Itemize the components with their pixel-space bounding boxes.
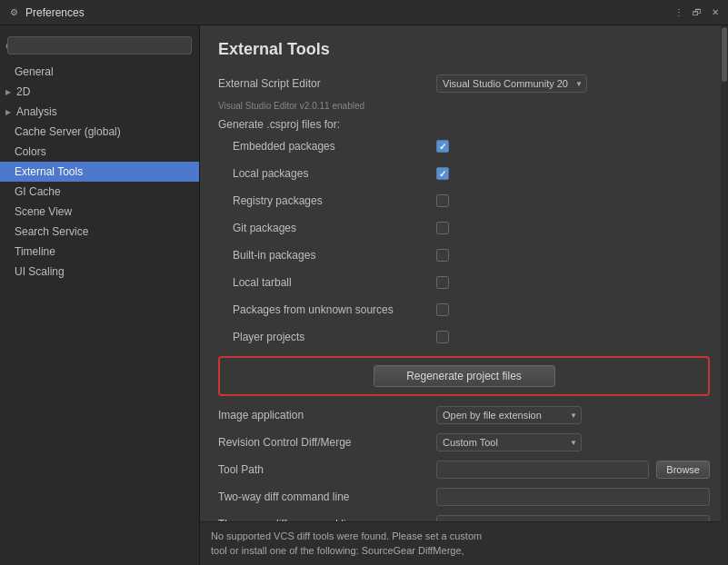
script-editor-value: Visual Studio Community 20: [443, 78, 568, 89]
image-application-label: Image application: [218, 409, 436, 421]
script-editor-label: External Script Editor: [218, 77, 436, 90]
revision-control-value: Custom Tool: [443, 437, 498, 448]
sidebar-item-cache-server[interactable]: Cache Server (global): [0, 122, 199, 142]
unknown-sources-row: Packages from unknown sources: [218, 300, 710, 320]
local-packages-row: Local packages: [218, 164, 710, 183]
local-packages-checkbox[interactable]: [436, 167, 449, 180]
editor-subtext: Visual Studio Editor v2.0.11 enabled: [218, 101, 710, 111]
sidebar-item-gi-cache[interactable]: GI Cache: [0, 182, 199, 202]
builtin-packages-checkbox[interactable]: [436, 249, 449, 262]
script-editor-row: External Script Editor Visual Studio Com…: [218, 74, 710, 94]
embedded-packages-checkbox[interactable]: [436, 140, 449, 153]
content-inner: External Tools External Script Editor Vi…: [200, 25, 728, 565]
local-packages-label: Local packages: [218, 167, 436, 180]
sidebar-item-label: 2D: [16, 85, 30, 98]
arrow-icon: ▶: [5, 108, 11, 116]
sidebar-item-scene-view[interactable]: Scene View: [0, 202, 199, 222]
search-input[interactable]: [7, 36, 192, 55]
image-application-row: Image application Open by file extension…: [218, 405, 710, 425]
minimize-button[interactable]: 🗗: [690, 5, 704, 20]
sidebar-item-label: GI Cache: [15, 185, 61, 198]
sidebar-item-label: Scene View: [15, 205, 72, 218]
tool-path-input[interactable]: [436, 461, 649, 479]
sidebar-item-external-tools[interactable]: External Tools: [0, 162, 199, 182]
sidebar-item-colors[interactable]: Colors: [0, 142, 199, 162]
search-wrapper: 🔍: [0, 33, 199, 62]
regen-area: Regenerate project files: [218, 356, 710, 396]
revision-control-dropdown[interactable]: Custom Tool ▼: [436, 433, 582, 451]
player-projects-label: Player projects: [218, 331, 436, 343]
title-bar: ⚙ Preferences ⋮ 🗗 ✕: [0, 0, 728, 25]
two-way-diff-row: Two-way diff command line: [218, 487, 710, 507]
generate-label: Generate .csproj files for:: [218, 118, 710, 131]
two-way-diff-label: Two-way diff command line: [218, 491, 436, 503]
window-controls: ⋮ 🗗 ✕: [672, 5, 723, 20]
sidebar-item-search-service[interactable]: Search Service: [0, 222, 199, 242]
sidebar-item-label: Cache Server (global): [15, 125, 121, 138]
local-tarball-label: Local tarball: [218, 276, 436, 289]
close-button[interactable]: ✕: [708, 5, 723, 20]
scrollbar-thumb[interactable]: [722, 27, 727, 82]
arrow-icon: ▶: [5, 88, 11, 96]
sidebar-item-2d[interactable]: ▶ 2D: [0, 82, 199, 102]
sidebar-item-ui-scaling[interactable]: UI Scaling: [0, 262, 199, 282]
embedded-packages-row: Embedded packages: [218, 136, 710, 156]
tool-path-label: Tool Path: [218, 463, 436, 476]
embedded-packages-label: Embedded packages: [218, 140, 436, 153]
sidebar-item-analysis[interactable]: ▶ Analysis: [0, 102, 199, 122]
regenerate-button[interactable]: Regenerate project files: [374, 365, 555, 387]
menu-button[interactable]: ⋮: [672, 5, 686, 20]
registry-packages-checkbox[interactable]: [436, 194, 449, 207]
info-line2: tool or install one of the following: So…: [211, 545, 464, 556]
image-application-dropdown[interactable]: Open by file extension ▼: [436, 406, 582, 424]
info-box: No supported VCS diff tools were found. …: [200, 521, 728, 565]
sidebar-item-label: External Tools: [15, 165, 83, 178]
player-projects-row: Player projects: [218, 327, 710, 347]
two-way-diff-input[interactable]: [436, 488, 710, 506]
tool-path-row: Tool Path Browse: [218, 460, 710, 480]
sidebar: 🔍 General ▶ 2D ▶ Analysis Cache Server (…: [0, 25, 200, 565]
revision-control-label: Revision Control Diff/Merge: [218, 436, 436, 449]
builtin-packages-label: Built-in packages: [218, 249, 436, 262]
tool-path-field-group: Browse: [436, 461, 710, 479]
script-editor-dropdown[interactable]: Visual Studio Community 20 ▼: [436, 74, 587, 93]
sidebar-item-general[interactable]: General: [0, 62, 199, 82]
sidebar-item-label: General: [15, 65, 54, 78]
builtin-packages-row: Built-in packages: [218, 245, 710, 265]
sidebar-item-label: Analysis: [16, 105, 57, 118]
chevron-down-icon: ▼: [570, 439, 577, 447]
unknown-sources-label: Packages from unknown sources: [218, 303, 436, 316]
sidebar-item-label: UI Scaling: [15, 265, 65, 278]
revision-control-row: Revision Control Diff/Merge Custom Tool …: [218, 432, 710, 452]
page-title: External Tools: [218, 40, 710, 59]
chevron-down-icon: ▼: [575, 80, 583, 88]
title-bar-title: Preferences: [25, 6, 85, 19]
info-line1: No supported VCS diff tools were found. …: [211, 530, 482, 541]
player-projects-checkbox[interactable]: [436, 331, 449, 343]
main-layout: 🔍 General ▶ 2D ▶ Analysis Cache Server (…: [0, 25, 728, 565]
sidebar-item-label: Search Service: [15, 225, 88, 238]
git-packages-row: Git packages: [218, 218, 710, 238]
preferences-icon: ⚙: [7, 6, 20, 19]
local-tarball-row: Local tarball: [218, 273, 710, 292]
image-application-value: Open by file extension: [443, 410, 542, 421]
git-packages-label: Git packages: [218, 222, 436, 234]
local-tarball-checkbox[interactable]: [436, 276, 449, 289]
content-area: External Tools External Script Editor Vi…: [200, 25, 728, 565]
sidebar-item-timeline[interactable]: Timeline: [0, 242, 199, 262]
scrollbar-track[interactable]: [721, 25, 728, 565]
chevron-down-icon: ▼: [570, 411, 577, 420]
browse-button[interactable]: Browse: [656, 461, 710, 479]
unknown-sources-checkbox[interactable]: [436, 303, 449, 316]
sidebar-item-label: Colors: [15, 145, 46, 158]
git-packages-checkbox[interactable]: [436, 222, 449, 234]
registry-packages-label: Registry packages: [218, 194, 436, 207]
registry-packages-row: Registry packages: [218, 191, 710, 211]
sidebar-item-label: Timeline: [15, 245, 55, 258]
